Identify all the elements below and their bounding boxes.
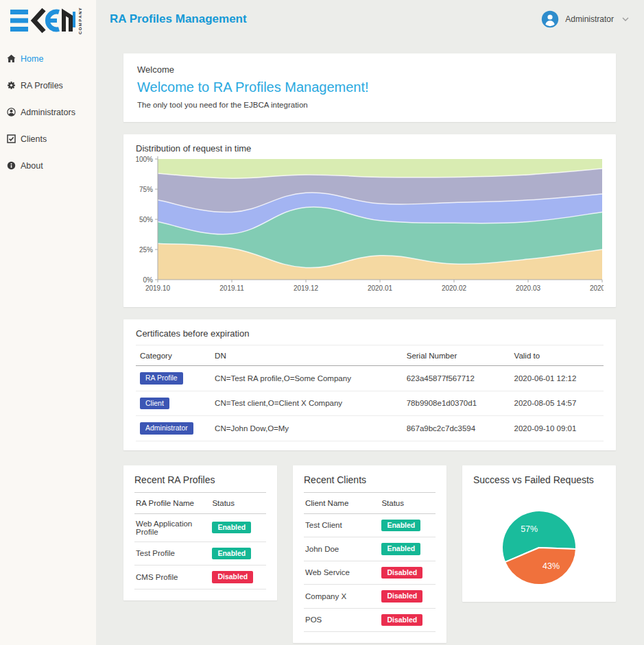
column-header: RA Profile Name <box>134 493 211 514</box>
recent-profiles-title: Recent RA Profiles <box>134 474 266 493</box>
sidebar-item-about[interactable]: About <box>7 161 96 171</box>
name-cell: POS <box>304 608 380 632</box>
svg-text:2020.02: 2020.02 <box>442 284 467 292</box>
user-avatar-icon <box>541 10 559 28</box>
sidebar-item-home[interactable]: Home <box>7 54 96 64</box>
serial-cell: 78b9908e1d0370d1 <box>403 391 510 416</box>
user-menu[interactable]: Administrator <box>541 10 630 28</box>
serial-cell: 623a45877f567712 <box>403 366 510 391</box>
table-row: CMS ProfileDisabled <box>134 565 266 589</box>
status-cell: Disabled <box>380 585 436 609</box>
valid-to-cell: 2020-09-10 09:01 <box>510 416 604 441</box>
svg-text:25%: 25% <box>139 246 153 254</box>
gear-icon <box>7 81 16 90</box>
name-cell: Test Client <box>304 513 380 537</box>
sidebar-nav: HomeRA ProfilesAdministratorsClientsAbou… <box>0 54 96 171</box>
content-area: Welcome Welcome to RA Profiles Managemen… <box>96 38 644 643</box>
table-row: AdministratorCN=John Dow,O=My867a9bc2c7d… <box>136 416 604 441</box>
table-row: RA ProfileCN=Test RA profile,O=Some Comp… <box>136 366 604 391</box>
sidebar-item-label: Administrators <box>21 108 75 117</box>
status-badge: Enabled <box>381 543 420 555</box>
recent-clients-table: Client NameStatus Test ClientEnabledJohn… <box>304 493 436 633</box>
status-badge: Disabled <box>381 614 422 626</box>
welcome-heading: Welcome to RA Profiles Management! <box>137 80 602 95</box>
status-cell: Enabled <box>211 541 266 565</box>
status-cell: Enabled <box>380 513 436 537</box>
sidebar-item-administrators[interactable]: Administrators <box>7 108 96 117</box>
category-cell: Administrator <box>136 416 211 441</box>
certificates-table: CategoryDNSerial NumberValid to RA Profi… <box>136 345 604 441</box>
welcome-card: Welcome Welcome to RA Profiles Managemen… <box>123 53 616 122</box>
distribution-area-chart: 0%25%50%75%100%2019.102019.112019.122020… <box>136 154 604 295</box>
status-badge: Enabled <box>381 520 420 532</box>
svg-text:50%: 50% <box>139 216 153 223</box>
table-row: Test ClientEnabled <box>304 513 436 537</box>
sidebar-item-clients[interactable]: Clients <box>7 134 96 144</box>
recent-profiles-card: Recent RA Profiles RA Profile NameStatus… <box>123 465 277 600</box>
dn-cell: CN=Test RA profile,O=Some Company <box>211 366 403 391</box>
status-cell: Enabled <box>380 537 436 561</box>
table-row: John DoeEnabled <box>304 537 436 561</box>
category-badge: RA Profile <box>140 372 183 385</box>
success-chart-title: Success vs Failed Requests <box>473 474 605 492</box>
recent-clients-card: Recent Clients Client NameStatus Test Cl… <box>293 465 446 644</box>
svg-text:2020.01: 2020.01 <box>368 284 393 292</box>
chevron-down-icon <box>622 17 629 22</box>
svg-text:100%: 100% <box>136 156 153 163</box>
table-row: POSDisabled <box>304 608 436 632</box>
pie-slice-label: 57% <box>521 524 538 534</box>
valid-to-cell: 2020-06-01 12:12 <box>510 366 604 391</box>
home-icon <box>7 54 16 64</box>
success-chart-card: Success vs Failed Requests 57%43% <box>462 465 616 602</box>
status-cell: Disabled <box>211 565 266 589</box>
certificates-card: Certificates before expiration CategoryD… <box>123 319 616 450</box>
company-logo-label: COMPANY <box>78 7 82 34</box>
name-cell: Web Application Profile <box>134 513 211 541</box>
table-row: Web ServiceDisabled <box>304 561 436 585</box>
svg-text:2019.12: 2019.12 <box>294 284 319 292</box>
bottom-cards-row: Recent RA Profiles RA Profile NameStatus… <box>123 465 616 644</box>
dn-cell: CN=Test client,O=Client X Company <box>211 391 403 416</box>
status-badge: Disabled <box>381 590 422 603</box>
distribution-chart-title: Distribution of request in time <box>136 143 604 154</box>
sidebar-item-ra-profiles[interactable]: RA Profiles <box>7 81 96 90</box>
svg-text:2020.03: 2020.03 <box>516 284 541 292</box>
name-cell: Test Profile <box>134 541 211 565</box>
sidebar-item-label: About <box>21 161 43 171</box>
status-cell: Disabled <box>380 608 436 632</box>
status-badge: Disabled <box>212 571 253 583</box>
table-row: Web Application ProfileEnabled <box>134 513 266 541</box>
column-header: Category <box>136 345 211 366</box>
welcome-eyebrow: Welcome <box>137 64 602 75</box>
company-logo-mark <box>9 7 75 34</box>
distribution-chart-card: Distribution of request in time 0%25%50%… <box>123 134 616 307</box>
status-cell: Enabled <box>211 513 266 541</box>
certificates-title: Certificates before expiration <box>136 328 604 345</box>
topbar: RA Profiles Management Administrator <box>96 0 644 38</box>
name-cell: CMS Profile <box>134 565 211 589</box>
user-name: Administrator <box>565 14 614 24</box>
svg-text:2019.11: 2019.11 <box>219 284 244 292</box>
success-pie-chart: 57%43% <box>501 510 577 585</box>
check-square-icon <box>7 134 16 144</box>
name-cell: Company X <box>304 585 380 609</box>
dn-cell: CN=John Dow,O=My <box>211 416 403 441</box>
category-cell: RA Profile <box>136 366 211 391</box>
name-cell: John Doe <box>304 537 380 561</box>
svg-text:75%: 75% <box>139 186 153 193</box>
status-badge: Enabled <box>212 548 251 560</box>
sidebar-item-label: Home <box>21 54 43 64</box>
name-cell: Web Service <box>304 561 380 585</box>
sidebar: COMPANY HomeRA ProfilesAdministratorsCli… <box>0 0 96 645</box>
svg-text:2019.10: 2019.10 <box>145 284 171 292</box>
column-header: Valid to <box>510 345 604 366</box>
info-circle-icon <box>7 161 16 171</box>
sidebar-item-label: Clients <box>21 134 47 144</box>
sidebar-item-label: RA Profiles <box>21 81 63 90</box>
table-row: Company XDisabled <box>304 585 436 609</box>
svg-text:0%: 0% <box>143 276 154 284</box>
company-logo[interactable]: COMPANY <box>0 0 96 34</box>
category-cell: Client <box>136 391 211 416</box>
column-header: DN <box>211 345 403 366</box>
welcome-subtext: The only tool you need for the EJBCA int… <box>137 101 602 109</box>
